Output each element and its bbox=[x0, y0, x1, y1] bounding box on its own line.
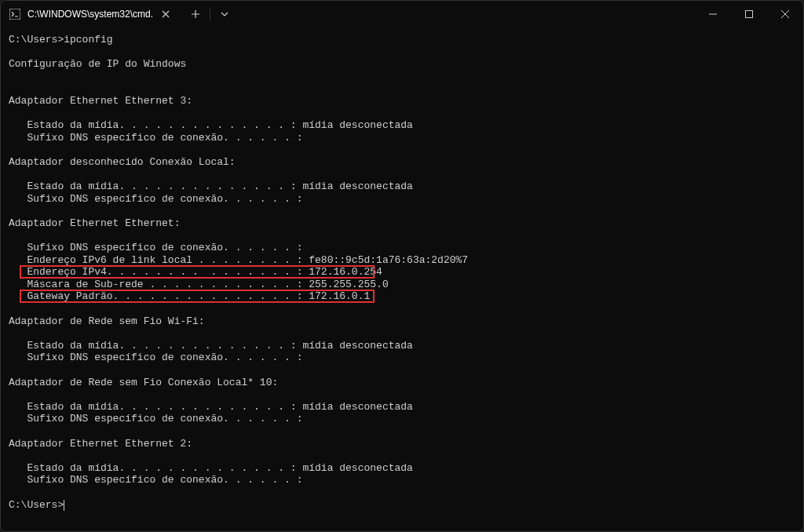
adapter-title: Adaptador Ethernet Ethernet: bbox=[9, 217, 795, 230]
blank-line bbox=[9, 364, 795, 377]
blank-line bbox=[9, 205, 795, 217]
blank-line bbox=[9, 144, 795, 156]
svg-rect-3 bbox=[746, 11, 753, 18]
blank-line bbox=[9, 388, 795, 401]
adapter-ipv4: Endereço IPv4. . . . . . . . . . . . . .… bbox=[9, 266, 795, 279]
tab-title: C:\WINDOWS\system32\cmd. bbox=[27, 9, 153, 20]
adapter-title: Adaptador Ethernet Ethernet 2: bbox=[9, 438, 795, 450]
blank-line bbox=[9, 107, 795, 120]
adapter-media-state: Estado da mídia. . . . . . . . . . . . .… bbox=[9, 119, 795, 132]
new-tab-button[interactable] bbox=[185, 3, 206, 25]
close-window-button[interactable] bbox=[767, 1, 803, 27]
window-controls bbox=[695, 1, 803, 27]
blank-line bbox=[9, 82, 795, 95]
cursor bbox=[64, 500, 64, 511]
adapter-title: Adaptador Ethernet Ethernet 3: bbox=[9, 95, 795, 107]
prompt-line: C:\Users> bbox=[9, 499, 795, 512]
terminal-output[interactable]: C:\Users>ipconfig Configuração de IP do … bbox=[1, 27, 803, 531]
titlebar: C:\WINDOWS\system32\cmd. bbox=[1, 1, 803, 27]
divider bbox=[210, 7, 210, 21]
adapter-dns-suffix: Sufixo DNS específico de conexão. . . . … bbox=[9, 193, 795, 206]
adapter-dns-suffix: Sufixo DNS específico de conexão. . . . … bbox=[9, 132, 795, 144]
adapter-title: Adaptador de Rede sem Fio Conexão Local*… bbox=[9, 377, 795, 389]
prompt-text: C:\Users> bbox=[9, 499, 64, 511]
adapter-media-state: Estado da mídia. . . . . . . . . . . . .… bbox=[9, 401, 795, 414]
blank-line bbox=[9, 169, 795, 181]
close-tab-button[interactable] bbox=[159, 8, 172, 20]
blank-line bbox=[9, 46, 795, 59]
blank-line bbox=[9, 71, 795, 83]
adapter-ipv6: Endereço IPv6 de link local . . . . . . … bbox=[9, 254, 795, 267]
adapter-title: Adaptador de Rede sem Fio Wi-Fi: bbox=[9, 315, 795, 328]
adapter-media-state: Estado da mídia. . . . . . . . . . . . .… bbox=[9, 462, 795, 475]
output-header: Configuração de IP do Windows bbox=[9, 58, 795, 71]
adapter-dns-suffix: Sufixo DNS específico de conexão. . . . … bbox=[9, 474, 795, 486]
blank-line bbox=[9, 450, 795, 462]
adapter-media-state: Estado da mídia. . . . . . . . . . . . .… bbox=[9, 180, 795, 193]
blank-line bbox=[9, 230, 795, 242]
cmd-icon bbox=[9, 8, 21, 20]
adapter-title: Adaptador desconhecido Conexão Local: bbox=[9, 156, 795, 169]
svg-rect-0 bbox=[9, 9, 20, 20]
adapter-dns-suffix: Sufixo DNS específico de conexão. . . . … bbox=[9, 413, 795, 425]
adapter-media-state: Estado da mídia. . . . . . . . . . . . .… bbox=[9, 340, 795, 352]
active-tab[interactable]: C:\WINDOWS\system32\cmd. bbox=[1, 1, 180, 27]
adapter-subnet-mask: Máscara de Sub-rede . . . . . . . . . . … bbox=[9, 279, 795, 291]
tab-dropdown-button[interactable] bbox=[214, 3, 236, 25]
titlebar-drag-region[interactable] bbox=[240, 1, 695, 27]
minimize-button[interactable] bbox=[695, 1, 731, 27]
blank-line bbox=[9, 425, 795, 438]
adapter-dns-suffix: Sufixo DNS específico de conexão. . . . … bbox=[9, 242, 795, 254]
maximize-button[interactable] bbox=[731, 1, 767, 27]
prompt-line: C:\Users>ipconfig bbox=[9, 34, 795, 46]
blank-line bbox=[9, 303, 795, 315]
adapter-dns-suffix: Sufixo DNS específico de conexão. . . . … bbox=[9, 352, 795, 364]
blank-line bbox=[9, 486, 795, 499]
adapter-gateway: Gateway Padrão. . . . . . . . . . . . . … bbox=[9, 290, 795, 303]
blank-line bbox=[9, 327, 795, 340]
tab-controls bbox=[180, 1, 240, 27]
